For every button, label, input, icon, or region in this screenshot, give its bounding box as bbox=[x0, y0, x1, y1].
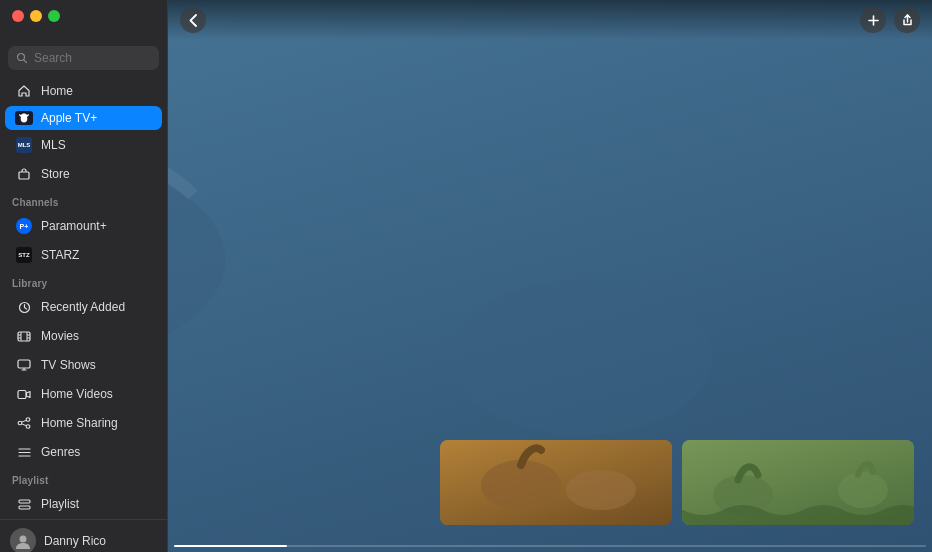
channels-section: Channels P+ Paramount+ STZ STARZ bbox=[0, 189, 167, 270]
topbar-right bbox=[860, 7, 920, 33]
sidebar-item-home-videos[interactable]: Home Videos bbox=[5, 380, 162, 408]
main-content:  tv+ Prehistoric Planet Apple TV+ ▶ Pla… bbox=[168, 0, 932, 552]
minimize-dot[interactable] bbox=[30, 10, 42, 22]
sidebar-item-label: Apple TV+ bbox=[41, 111, 97, 125]
avatar bbox=[10, 528, 36, 552]
bottom-section: Season 2 bbox=[168, 400, 932, 552]
sidebar-item-label: Paramount+ bbox=[41, 219, 107, 233]
add-button[interactable] bbox=[860, 7, 886, 33]
close-dot[interactable] bbox=[12, 10, 24, 22]
sidebar-item-label: Playlist bbox=[41, 497, 79, 511]
svg-point-16 bbox=[26, 418, 30, 422]
appletv-icon bbox=[15, 111, 33, 125]
sidebar-item-label: Genres bbox=[41, 445, 80, 459]
genres-icon bbox=[15, 443, 33, 461]
sidebar-item-label: Movies bbox=[41, 329, 79, 343]
library-label: Library bbox=[0, 270, 167, 292]
sidebar-item-label: STARZ bbox=[41, 248, 79, 262]
paramount-icon: P+ bbox=[15, 217, 33, 235]
mls-icon: MLS bbox=[15, 136, 33, 154]
svg-point-17 bbox=[26, 425, 30, 429]
search-bar[interactable] bbox=[8, 46, 159, 70]
back-button[interactable] bbox=[180, 7, 206, 33]
search-icon bbox=[16, 52, 28, 64]
sidebar-item-label: Home bbox=[41, 84, 73, 98]
playlist-label: Playlist bbox=[0, 467, 167, 489]
sidebar-item-store[interactable]: Store bbox=[5, 160, 162, 188]
sidebar-item-label: Home Videos bbox=[41, 387, 113, 401]
sidebar-item-appletv[interactable]: Apple TV+ bbox=[5, 106, 162, 130]
user-name: Danny Rico bbox=[44, 534, 106, 548]
traffic-lights bbox=[12, 10, 60, 22]
svg-rect-4 bbox=[18, 332, 30, 341]
sidebar-item-label: TV Shows bbox=[41, 358, 96, 372]
channels-label: Channels bbox=[0, 189, 167, 211]
topbar-left bbox=[180, 7, 206, 33]
sidebar-item-paramount[interactable]: P+ Paramount+ bbox=[5, 212, 162, 240]
sidebar: Home Apple TV+ MLS MLS Store bbox=[0, 0, 168, 552]
sidebar-item-home[interactable]: Home bbox=[5, 77, 162, 105]
svg-rect-37 bbox=[186, 440, 430, 525]
sidebar-item-recently-added[interactable]: Recently Added bbox=[5, 293, 162, 321]
sidebar-item-playlist[interactable]: Playlist bbox=[5, 490, 162, 518]
sidebar-item-home-sharing[interactable]: Home Sharing bbox=[5, 409, 162, 437]
svg-line-18 bbox=[22, 420, 27, 422]
sidebar-item-movies[interactable]: Movies bbox=[5, 322, 162, 350]
film-icon bbox=[15, 327, 33, 345]
svg-point-40 bbox=[566, 470, 636, 510]
svg-point-25 bbox=[20, 536, 27, 543]
top-bar bbox=[168, 0, 932, 40]
sidebar-item-tvshows[interactable]: TV Shows bbox=[5, 351, 162, 379]
sidebar-item-genres[interactable]: Genres bbox=[5, 438, 162, 466]
user-footer[interactable]: Danny Rico bbox=[0, 519, 167, 552]
sidebar-item-mls[interactable]: MLS MLS bbox=[5, 131, 162, 159]
clock-icon bbox=[15, 298, 33, 316]
list-icon bbox=[15, 495, 33, 513]
sidebar-item-label: MLS bbox=[41, 138, 66, 152]
episode-row bbox=[186, 440, 914, 525]
episode-thumb-2[interactable] bbox=[440, 440, 672, 525]
video-icon bbox=[15, 385, 33, 403]
svg-rect-11 bbox=[18, 360, 30, 368]
svg-point-15 bbox=[18, 421, 22, 425]
svg-rect-14 bbox=[18, 390, 26, 398]
share-button[interactable] bbox=[894, 7, 920, 33]
playlist-section: Playlist Playlist bbox=[0, 467, 167, 519]
svg-line-19 bbox=[22, 424, 27, 426]
tv-icon bbox=[15, 356, 33, 374]
search-input[interactable] bbox=[34, 51, 151, 65]
svg-rect-2 bbox=[19, 172, 29, 179]
sidebar-item-label: Recently Added bbox=[41, 300, 125, 314]
sidebar-item-starz[interactable]: STZ STARZ bbox=[5, 241, 162, 269]
sidebar-item-label: Store bbox=[41, 167, 70, 181]
maximize-dot[interactable] bbox=[48, 10, 60, 22]
svg-line-1 bbox=[24, 60, 27, 63]
sharing-icon bbox=[15, 414, 33, 432]
svg-rect-23 bbox=[19, 500, 30, 503]
svg-point-43 bbox=[838, 472, 888, 508]
home-icon bbox=[15, 82, 33, 100]
nav-section: Home Apple TV+ MLS MLS Store bbox=[0, 76, 167, 189]
library-section: Library Recently Added bbox=[0, 270, 167, 467]
sidebar-item-label: Home Sharing bbox=[41, 416, 118, 430]
episode-thumb-3[interactable] bbox=[682, 440, 914, 525]
starz-icon: STZ bbox=[15, 246, 33, 264]
store-icon bbox=[15, 165, 33, 183]
episode-thumb-1[interactable] bbox=[186, 440, 430, 525]
svg-rect-24 bbox=[19, 506, 30, 509]
